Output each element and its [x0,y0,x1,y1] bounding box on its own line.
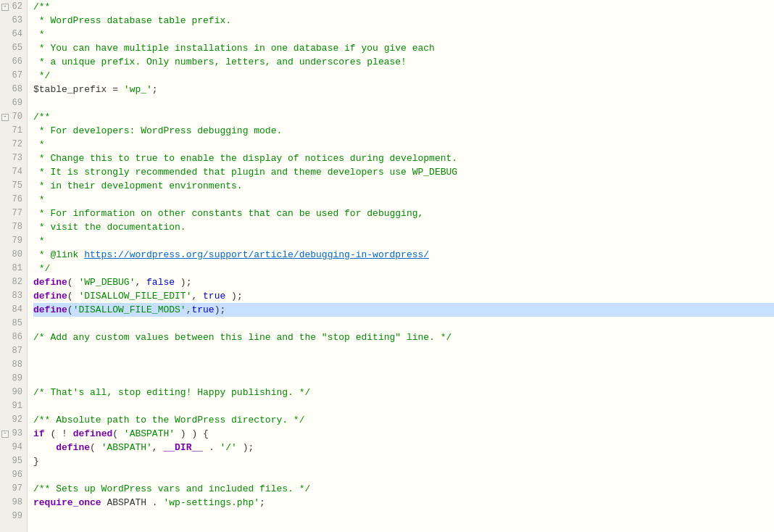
line-number-70: -70 [0,110,27,124]
plain-token: , [186,303,192,317]
plain-token: ) ) { [175,427,209,441]
code-line-96 [33,468,774,482]
plain-token: ( ! [45,427,73,441]
string-token: 'DISALLOW_FILE_EDIT' [78,289,191,303]
line-number-99: 99 [0,510,27,523]
plain-token: , [191,289,203,303]
comment-token: * Change this to true to enable the disp… [33,151,457,165]
line-number-88: 88 [0,358,27,372]
keyword2-token: true [191,303,214,317]
function-token: define [33,289,67,303]
code-line-97: /** Sets up WordPress vars and included … [33,482,774,496]
code-line-79: * [33,234,774,248]
url-token[interactable]: https://wordpress.org/support/article/de… [84,248,429,262]
code-line-78: * visit the documentation. [33,220,774,234]
line-number-93: -93 [0,427,27,441]
line-number-98: 98 [0,496,27,510]
fold-marker[interactable]: - [1,431,9,438]
code-line-72: * [33,138,774,151]
line-number-73: 73 [0,151,27,165]
line-number-63: 63 [0,14,27,28]
code-line-99 [33,510,774,523]
code-line-88 [33,358,774,372]
plain-token: ( [112,427,124,441]
comment-token: /** [33,110,50,124]
plain-token: ( [90,441,101,454]
code-area[interactable]: /** * WordPress database table prefix. *… [28,0,774,532]
comment-token: * It is strongly recommended that plugin… [33,165,457,179]
code-line-66: * a unique prefix. Only numbers, letters… [33,55,774,69]
code-line-82: define( 'WP_DEBUG', false ); [33,275,774,289]
fold-marker[interactable]: - [1,114,9,121]
code-line-98: require_once ABSPATH . 'wp-settings.php'… [33,496,774,510]
code-line-63: * WordPress database table prefix. [33,14,774,28]
line-number-75: 75 [0,179,27,193]
plain-token: ( [67,289,79,303]
plain-token: ); [215,303,226,317]
code-line-74: * It is strongly recommended that plugin… [33,165,774,179]
code-line-67: */ [33,69,774,83]
keyword2-token: true [203,289,225,303]
line-number-89: 89 [0,372,27,386]
fold-marker[interactable]: - [1,4,9,11]
code-line-71: * For developers: WordPress debugging mo… [33,124,774,138]
line-number-92: 92 [0,413,27,427]
line-number-78: 78 [0,220,27,234]
comment-token: * @link [33,248,84,262]
line-number-67: 67 [0,69,27,83]
comment-token: * a unique prefix. Only numbers, letters… [33,55,407,69]
line-number-94: 94 [0,441,27,454]
plain-token: ); [225,289,242,303]
line-number-62: -62 [0,0,27,14]
plain-token: ABSPATH . [101,496,164,510]
plain-token: , [135,275,146,289]
code-line-69 [33,96,774,110]
code-line-62: /** [33,0,774,14]
line-number-65: 65 [0,41,27,55]
plain-token: = [107,83,123,96]
function-token: define [33,275,67,289]
line-number-83: 83 [0,289,27,303]
plain-token: } [33,454,39,468]
line-number-64: 64 [0,28,27,41]
comment-token: * [33,28,45,41]
plain-token: ); [237,441,254,454]
code-line-70: /** [33,110,774,124]
code-line-92: /** Absolute path to the WordPress direc… [33,413,774,427]
comment-token: /** Absolute path to the WordPress direc… [33,413,304,427]
code-line-84: define('DISALLOW_FILE_MODS',true); [33,303,774,317]
code-line-91 [33,399,774,413]
keyword-token: if [33,427,45,441]
comment-token: /** Sets up WordPress vars and included … [33,482,310,496]
line-number-79: 79 [0,234,27,248]
line-numbers: -6263646566676869-7071727374757677787980… [0,0,28,532]
code-line-76: * [33,193,774,207]
plain-token [33,441,56,454]
line-number-76: 76 [0,193,27,207]
code-line-89 [33,372,774,386]
code-line-93: if ( ! defined( 'ABSPATH' ) ) { [33,427,774,441]
plain-token: ; [259,496,265,510]
plain-token: ( [67,275,79,289]
line-number-82: 82 [0,275,27,289]
comment-token: */ [33,69,50,83]
variable-token: $table_prefix [33,83,107,96]
line-number-90: 90 [0,386,27,399]
code-line-64: * [33,28,774,41]
line-number-95: 95 [0,454,27,468]
comment-token: * [33,234,45,248]
string-token: 'DISALLOW_FILE_MODS' [73,303,186,317]
comment-token: /* That's all, stop editing! Happy publi… [33,386,310,399]
comment-token: * You can have multiple installations in… [33,41,435,55]
comment-token: /* Add any custom values between this li… [33,331,452,344]
comment-token: * in their development environments. [33,179,243,193]
plain-token: ; [152,83,158,96]
line-number-96: 96 [0,468,27,482]
code-line-85 [33,317,774,331]
line-number-69: 69 [0,96,27,110]
string-token: 'wp_' [124,83,152,96]
string-token: 'WP_DEBUG' [78,275,135,289]
code-line-90: /* That's all, stop editing! Happy publi… [33,386,774,399]
plain-token: , [152,441,164,454]
plain-token: ( [67,303,73,317]
